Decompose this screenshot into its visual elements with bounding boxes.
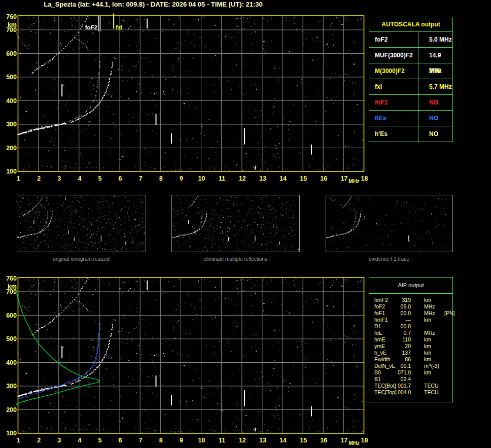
aip-row-extra (442, 363, 452, 369)
hes-value: NO (418, 126, 452, 142)
aip-row-unit: TECU (411, 389, 442, 396)
svg-text:600: 600 (6, 312, 17, 319)
svg-text:4: 4 (78, 437, 81, 444)
svg-text:18: 18 (361, 437, 368, 444)
aip-row-unit: km (411, 336, 442, 343)
svg-text:15: 15 (300, 175, 307, 182)
aip-row: h_vE137km (374, 350, 452, 356)
aip-row-value: 001.7 (398, 383, 411, 389)
svg-text:12: 12 (239, 437, 246, 444)
aip-row-extra (442, 323, 452, 330)
y-axis-labels: 760km700600500400300200100 (6, 13, 17, 176)
aip-row-unit: MHz (411, 310, 442, 317)
aip-row-value: 05.0 (398, 303, 411, 310)
thumbnail-caption-original: original ionogram resized (17, 256, 146, 262)
muf3000f2-label: MUF(3000)F2 (369, 48, 418, 63)
svg-text:4: 4 (78, 175, 81, 182)
aip-row: B0071.0km (374, 369, 452, 376)
aip-row-label: DelN_vE (374, 363, 398, 369)
aip-row-value: 86 (398, 356, 411, 363)
aip-row-value: 02.4 (398, 376, 411, 383)
svg-text:3: 3 (57, 437, 61, 444)
aip-row-label: B1 (374, 376, 398, 383)
svg-text:400: 400 (6, 359, 17, 366)
svg-text:foF2: foF2 (85, 24, 97, 30)
aip-row-value: 004.0 (398, 389, 411, 396)
aip-row-unit: TECU (411, 383, 442, 389)
aip-row-unit: MHz (411, 303, 442, 310)
aip-row: D100.0 (374, 323, 452, 330)
aip-row: hmE110km (374, 336, 452, 343)
aip-row: Ewidth86km (374, 356, 452, 363)
svg-text:1: 1 (17, 175, 20, 182)
aip-row-extra (442, 369, 452, 376)
table-row-m3000f2: M(3000)F2 2.98 (369, 63, 452, 79)
autoscala-output-table: AUTOSCALA output foF2 5.0 MHz MUF(3000)F… (369, 17, 453, 142)
fxi-label: fxI (369, 79, 418, 94)
aip-row-label: ymE (374, 343, 398, 350)
svg-text:11: 11 (219, 437, 225, 444)
svg-text:3: 3 (57, 175, 61, 182)
table-row-fof1: foF1 NO (369, 95, 452, 111)
top-ionogram-plot: 760km70060050040030020010012345678910111… (6, 13, 368, 185)
aip-row-value: --- (398, 317, 411, 323)
aip-row-extra (442, 303, 452, 310)
aip-row-unit (411, 323, 442, 330)
thumbnail-caption-f2trace: evidence F2 trace (326, 256, 452, 262)
aip-row-value: 00.0 (398, 310, 411, 317)
svg-text:13: 13 (259, 437, 266, 444)
svg-text:14: 14 (279, 437, 287, 444)
aip-row-label: Ewidth (374, 356, 398, 363)
aip-row-extra (442, 317, 452, 323)
aip-row-unit: km (411, 356, 442, 363)
svg-text:6: 6 (119, 437, 122, 444)
svg-text:8: 8 (159, 175, 163, 182)
thumbnail-eliminate-reflections (172, 195, 300, 252)
aip-row-value: 071.0 (398, 369, 411, 376)
svg-text:5: 5 (98, 175, 101, 182)
aip-table-rows: hmF2319kmfoF205.0MHzfoF100.0MHz[PN]hmF1-… (369, 294, 452, 396)
aip-row-value: 110 (398, 336, 411, 343)
fof2-value: 5.0 MHz (418, 32, 452, 47)
aip-row-label: TEC[Top] (374, 389, 398, 396)
aip-row-extra (442, 350, 452, 356)
aip-row-value: 20 (398, 343, 411, 350)
aip-row: DelN_vE00.1m^(-3) (374, 363, 452, 369)
svg-text:16: 16 (320, 437, 327, 444)
fxi-value: 5.7 MHz (418, 79, 452, 94)
svg-text:13: 13 (259, 175, 266, 182)
fof2-marker: foF2 (85, 16, 101, 31)
thumbnail-caption-filtered: eliminate multiple reflections (171, 256, 299, 262)
aip-row-label: B0 (374, 369, 398, 376)
svg-text:MHz: MHz (348, 178, 360, 184)
thumbnail-evidence-f2-trace (326, 195, 453, 252)
svg-text:18: 18 (361, 175, 368, 182)
aip-table-title: AIP output (369, 278, 452, 294)
aip-row-extra (442, 343, 452, 350)
svg-text:700: 700 (6, 26, 17, 33)
aip-row-value: 0.7 (398, 330, 411, 336)
ftes-value: NO (418, 111, 452, 126)
fof1-value: NO (418, 95, 452, 110)
aip-row-value: 00.0 (398, 323, 411, 330)
aip-row-label: h_vE (374, 350, 398, 356)
aip-row-extra (442, 383, 452, 389)
svg-text:1: 1 (17, 437, 20, 444)
aip-row-unit: km (411, 369, 442, 376)
aip-row-unit: km (411, 317, 442, 323)
thumbnail-original-ionogram (17, 195, 146, 252)
aip-row: hmF2319km (374, 297, 452, 303)
aip-row-label: foE (374, 330, 398, 336)
svg-text:9: 9 (180, 175, 183, 182)
svg-text:300: 300 (6, 383, 17, 390)
svg-text:17: 17 (340, 175, 347, 182)
aip-row: B102.4 (374, 376, 452, 383)
aip-output-table: AIP output hmF2319kmfoF205.0MHzfoF100.0M… (369, 277, 453, 402)
aip-row-label: hmF1 (374, 317, 398, 323)
svg-text:11: 11 (219, 175, 225, 182)
svg-text:400: 400 (6, 97, 17, 105)
svg-text:9: 9 (180, 437, 183, 444)
table-row-fof2: foF2 5.0 MHz (369, 32, 452, 48)
svg-text:200: 200 (6, 145, 17, 152)
autoscala-table-title: AUTOSCALA output (369, 17, 452, 32)
